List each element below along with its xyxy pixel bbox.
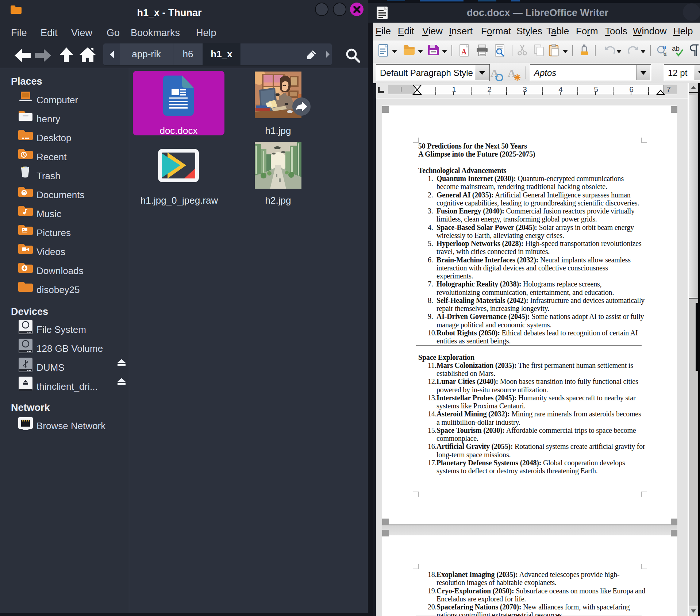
svg-text:a: a	[663, 44, 666, 51]
svg-text:A: A	[461, 48, 467, 56]
svg-text:ab: ab	[672, 45, 680, 52]
svg-text:d: d	[664, 51, 666, 57]
